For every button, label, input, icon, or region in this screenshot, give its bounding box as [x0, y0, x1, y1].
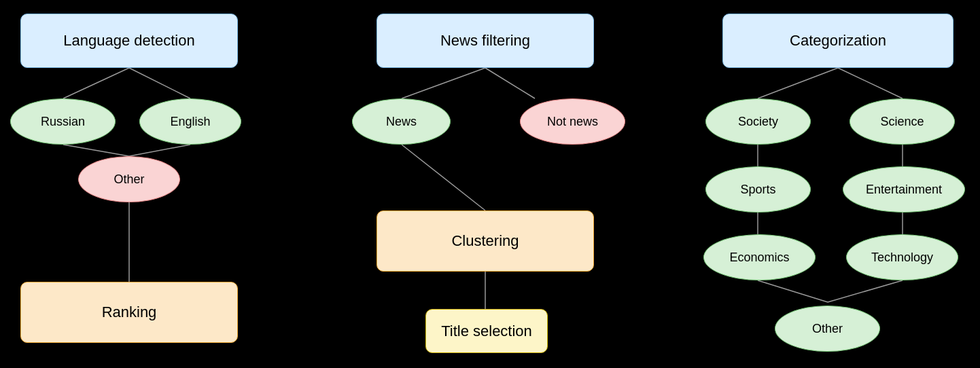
other-language-label: Other	[113, 172, 144, 187]
svg-line-16	[828, 280, 903, 302]
categorization-label: Categorization	[790, 32, 886, 50]
english-node: English	[139, 98, 241, 145]
clustering-label: Clustering	[451, 232, 519, 250]
other-category-label: Other	[812, 322, 843, 336]
svg-line-10	[838, 68, 903, 98]
svg-line-15	[758, 280, 828, 302]
news-filtering-header: News filtering	[377, 14, 594, 68]
entertainment-label: Entertainment	[866, 183, 942, 197]
science-label: Science	[880, 115, 924, 129]
pipeline-diagram: Language detection Russian English Other…	[0, 0, 980, 368]
society-node: Society	[705, 98, 811, 145]
language-detection-label: Language detection	[63, 32, 194, 50]
news-filtering-label: News filtering	[440, 32, 530, 50]
russian-node: Russian	[10, 98, 116, 145]
ranking-label: Ranking	[102, 303, 157, 321]
svg-line-1	[129, 68, 190, 98]
title-selection-label: Title selection	[441, 323, 532, 340]
sports-node: Sports	[705, 166, 811, 213]
other-category-node: Other	[775, 306, 880, 352]
categorization-header: Categorization	[722, 14, 953, 68]
ranking-node: Ranking	[20, 282, 238, 343]
not-news-label: Not news	[547, 115, 598, 129]
science-node: Science	[850, 98, 955, 145]
svg-line-0	[63, 68, 129, 98]
clustering-node: Clustering	[377, 210, 594, 272]
svg-line-7	[402, 145, 485, 210]
language-detection-header: Language detection	[20, 14, 238, 68]
svg-line-6	[485, 68, 535, 98]
economics-node: Economics	[703, 234, 816, 280]
title-selection-node: Title selection	[425, 309, 548, 353]
english-label: English	[170, 115, 210, 129]
svg-line-9	[758, 68, 838, 98]
economics-label: Economics	[729, 251, 789, 265]
society-label: Society	[738, 115, 778, 129]
not-news-node: Not news	[520, 98, 625, 145]
sports-label: Sports	[740, 183, 775, 197]
svg-line-3	[129, 145, 190, 156]
russian-label: Russian	[41, 115, 85, 129]
technology-label: Technology	[871, 251, 933, 265]
news-node: News	[352, 98, 451, 145]
other-language-node: Other	[78, 156, 180, 202]
entertainment-node: Entertainment	[843, 166, 965, 213]
svg-line-5	[402, 68, 485, 98]
svg-line-2	[63, 145, 129, 156]
news-label: News	[386, 115, 417, 129]
technology-node: Technology	[846, 234, 958, 280]
